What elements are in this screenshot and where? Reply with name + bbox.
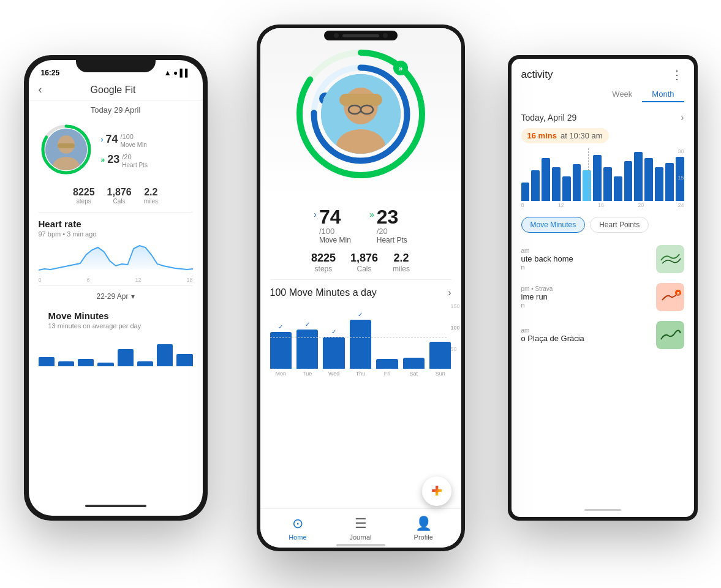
more-options-icon[interactable]: ⋮ <box>671 67 684 82</box>
rbar-15 <box>665 163 674 201</box>
chart-arrow[interactable]: › <box>448 287 451 298</box>
tab-month[interactable]: Month <box>642 87 684 102</box>
bar-tue: ✓ Tue <box>296 330 318 377</box>
activity-at: at 10:30 am <box>561 131 603 140</box>
rbar-10 <box>614 176 622 201</box>
center-screen: » ^ <box>260 28 461 548</box>
miles-metric: 2.2 miles <box>144 187 158 205</box>
heart-rate-sub: 97 bpm • 3 min ago <box>29 230 203 240</box>
rbar <box>655 167 663 201</box>
back-button[interactable]: ‹ <box>39 83 42 96</box>
bar-item <box>78 359 94 366</box>
home-indicator-center <box>336 544 385 546</box>
check-icon: ✓ <box>305 321 310 328</box>
right-home-indicator <box>584 509 621 511</box>
fab-plus-icon: ✚ <box>431 483 442 499</box>
activity-item-1[interactable]: am ute back home n <box>511 240 694 278</box>
home-icon: ⊙ <box>292 516 303 532</box>
rbar <box>573 164 581 201</box>
rbar <box>542 158 550 201</box>
left-phone: 16:25 ▲ ● ▌▌ ‹ Google Fit Today 29 April <box>24 55 208 521</box>
bar-fri-label: Fri <box>384 371 391 377</box>
rbar <box>624 161 633 201</box>
right-header: activity ⋮ <box>511 59 694 87</box>
tab-week[interactable]: Week <box>602 87 642 102</box>
activity-info-3: am o Plaça de Gràcia <box>521 327 650 343</box>
act-name-2: ime run <box>521 292 650 301</box>
svg-rect-29 <box>656 321 684 349</box>
center-steps-value: 8225 <box>311 252 336 265</box>
heart-num-group: 23 /20 Heart Pts <box>377 207 407 244</box>
cals-label: Cals <box>107 198 132 205</box>
center-cals-value: 1,876 <box>350 252 378 265</box>
left-phone-screen: 16:25 ▲ ● ▌▌ ‹ Google Fit Today 29 April <box>29 60 203 516</box>
act-name-3: o Plaça de Gràcia <box>521 334 650 343</box>
steps-metric: 8225 steps <box>73 187 95 205</box>
activity-badge: 16 mins at 10:30 am <box>521 128 609 143</box>
date-dropdown-icon[interactable]: ▾ <box>131 292 135 301</box>
bar-thu-bar: ✓ <box>350 320 371 369</box>
activity-item-2[interactable]: pm • Strava ime run n S <box>511 278 694 316</box>
rbar <box>521 183 530 201</box>
metrics-row: 8225 steps 1,876 Cals 2.2 miles <box>29 182 203 209</box>
pill-move-minutes[interactable]: Move Minutes <box>521 217 586 233</box>
activity-mins: 16 mins <box>527 131 557 140</box>
activity-item-3[interactable]: am o Plaça de Gràcia <box>511 316 694 354</box>
map-svg-1 <box>656 245 684 273</box>
bar-item <box>58 361 74 366</box>
rbar-14 <box>655 167 663 201</box>
act-time-2: pm • Strava <box>521 285 650 292</box>
y-100: 100 <box>450 325 459 331</box>
bar-sat-bar <box>403 358 425 369</box>
bar-tue-label: Tue <box>303 371 312 377</box>
hundred-line <box>270 337 447 338</box>
rbar-13 <box>644 158 653 201</box>
nav-profile[interactable]: 👤 Profile <box>392 516 455 541</box>
heart-pts-row: » 23 /20 Heart Pts <box>101 151 148 168</box>
nav-home[interactable]: ⊙ Home <box>266 516 330 541</box>
rbar-4 <box>552 167 561 201</box>
move-icon: › <box>314 209 317 219</box>
fab-button[interactable]: ✚ <box>422 477 451 506</box>
rbar-7 <box>583 170 591 201</box>
center-move-value: 74 <box>319 206 341 228</box>
cals-metric: 1,876 Cals <box>107 187 132 205</box>
rbar-6 <box>573 164 581 201</box>
right-chart-container: 30 15 <box>511 146 694 201</box>
rbar-11 <box>624 161 633 201</box>
left-phone-notch <box>76 55 156 72</box>
bar-mon: ✓ Mon <box>270 332 292 377</box>
bar <box>78 359 94 366</box>
steps-value: 8225 <box>73 187 95 198</box>
today-arrow-icon[interactable]: › <box>681 112 684 123</box>
move-min-denom: /100 <box>121 133 134 140</box>
bar-item <box>137 361 153 366</box>
center-miles: 2.2 miles <box>393 252 410 273</box>
pill-heart-points[interactable]: Heart Points <box>590 217 649 233</box>
right-y-labels: 30 15 <box>678 148 684 201</box>
center-move-label: Move Min <box>319 236 351 244</box>
rbar <box>634 152 643 201</box>
heart-rate-chart-svg <box>39 243 193 279</box>
rbar-2 <box>531 170 540 201</box>
bar <box>97 363 113 366</box>
profile-icon: 👤 <box>415 516 432 532</box>
activity-thumb-3 <box>656 321 684 349</box>
rbar-5 <box>562 176 571 201</box>
rbar <box>562 176 571 201</box>
journal-label: Journal <box>349 533 371 541</box>
center-miles-label: miles <box>393 265 410 273</box>
activity-info-2: pm • Strava ime run n <box>521 285 650 309</box>
act-sub-2: n <box>521 301 650 309</box>
divider-2 <box>39 285 193 286</box>
bar-sun-label: Sun <box>436 371 445 377</box>
y-15: 15 <box>678 175 684 181</box>
bar-sun-bar <box>429 342 451 369</box>
app-header: ‹ Google Fit <box>29 80 203 100</box>
nav-journal[interactable]: ☰ Journal <box>329 516 392 541</box>
rbar <box>644 158 653 201</box>
bar <box>58 361 74 366</box>
map-svg-3 <box>656 321 684 349</box>
bar-thu: ✓ Thu <box>350 320 371 377</box>
phones-container: 16:25 ▲ ● ▌▌ ‹ Google Fit Today 29 April <box>24 24 698 564</box>
